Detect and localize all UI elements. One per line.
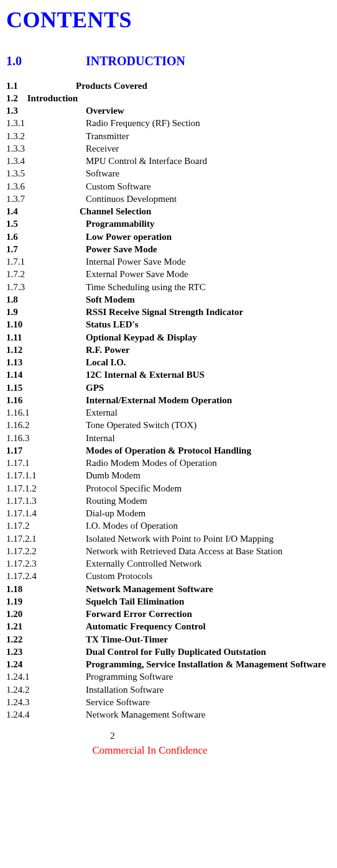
- toc-entry-number: 1.23: [6, 646, 86, 658]
- toc-entry: 1.17.2.4Custom Protocols: [6, 570, 331, 582]
- toc-entry-label: GPS: [86, 381, 331, 394]
- toc-entry-label: Forward Error Correction: [86, 608, 331, 620]
- toc-entry: 1.5Programmability: [6, 217, 331, 230]
- toc-entry-label: Dual Control for Fully Duplicated Outsta…: [86, 646, 331, 658]
- section-heading: 1.0 INTRODUCTION: [6, 53, 331, 70]
- toc-entry-label: R.F. Power: [86, 344, 331, 356]
- toc-entry: 1.3.2Transmitter: [6, 130, 331, 142]
- toc-entry-number: 1.18: [6, 583, 86, 595]
- toc-entry: 1.18Network Management Software: [6, 583, 331, 595]
- toc-entry-number: 1.17.2: [6, 519, 86, 532]
- toc-entry: 1.19Squelch Tail Elimination: [6, 595, 331, 608]
- toc-entry: 1.7Power Save Mode: [6, 243, 331, 255]
- toc-entry-label: External: [86, 406, 331, 419]
- toc-entry-number: 1.2 Introduction: [6, 92, 331, 104]
- toc-entry-number: 1.21: [6, 620, 86, 633]
- toc-entry-label: Channel Selection: [80, 205, 331, 217]
- toc-entry-number: 1.24.1: [6, 670, 86, 683]
- toc-entry-label: Radio Frequency (RF) Section: [86, 117, 331, 129]
- toc-entry: 1.23Dual Control for Fully Duplicated Ou…: [6, 646, 331, 658]
- toc-entry: 1.7.3Time Scheduling using the RTC: [6, 281, 331, 293]
- toc-entry-label: Service Software: [86, 696, 331, 708]
- toc-entry-label: Programmability: [86, 217, 331, 230]
- toc-entry-label: Overview: [86, 104, 331, 117]
- toc-entry-label: 12C Internal & External BUS: [86, 368, 331, 381]
- toc-entry-label: Programming Software: [86, 670, 331, 683]
- toc-entry-label: Low Power operation: [86, 231, 331, 243]
- toc-entry-label: Continuos Development: [86, 193, 331, 205]
- toc-entry-number: 1.17.2.3: [6, 557, 86, 570]
- toc-entry: 1.3Overview: [6, 104, 331, 117]
- toc-entry-label: Installation Software: [86, 683, 331, 696]
- toc-entry-number: 1.17.2.1: [6, 532, 86, 545]
- toc-entry-label: TX Time-Out-Timer: [86, 633, 331, 646]
- toc-entry-label: Protocol Specific Modem: [86, 482, 331, 495]
- toc-entry-label: Optional Keypad & Display: [86, 331, 331, 344]
- toc-entry-label: Dial-up Modem: [86, 507, 331, 519]
- toc-entry-number: 1.17.1.2: [6, 482, 86, 495]
- toc-entry-label: Power Save Mode: [86, 243, 331, 255]
- toc-entry-number: 1.17.2.2: [6, 545, 86, 557]
- toc-entry-number: 1.16.3: [6, 432, 86, 444]
- page-title: CONTENTS: [6, 5, 331, 35]
- toc-entry-number: 1.3.4: [6, 155, 86, 167]
- toc-entry-number: 1.3.1: [6, 117, 86, 129]
- toc-entry-number: 1.15: [6, 381, 86, 394]
- toc-entry-number: 1.3.6: [6, 180, 86, 193]
- toc-entry-number: 1.3.7: [6, 193, 86, 205]
- toc-entry-label: Squelch Tail Elimination: [86, 595, 331, 608]
- toc-entry-label: Tone Operated Switch (TOX): [86, 419, 331, 431]
- toc-entry-number: 1.8: [6, 293, 86, 306]
- toc-entry-number: 1.7.3: [6, 281, 86, 293]
- toc-entry-number: 1.20: [6, 608, 86, 620]
- toc-entry-number: 1.24.3: [6, 696, 86, 708]
- toc-entry: 1.24.3Service Software: [6, 696, 331, 708]
- toc-entry-number: 1.14: [6, 368, 86, 381]
- toc-entry-number: 1.16: [6, 394, 86, 406]
- page-number: 2: [6, 729, 331, 742]
- toc-entry-number: 1.6: [6, 231, 86, 243]
- toc-entry-label: Internal: [86, 432, 331, 444]
- toc-entry: 1.16.2Tone Operated Switch (TOX): [6, 419, 331, 431]
- toc-entry-number: 1.24.4: [6, 708, 86, 721]
- confidential-notice: Commercial In Confidence: [6, 744, 331, 758]
- toc-entry: 1.20Forward Error Correction: [6, 608, 331, 620]
- toc-entry: 1.17.1.2Protocol Specific Modem: [6, 482, 331, 495]
- toc-entry: 1.16Internal/External Modem Operation: [6, 394, 331, 406]
- toc-entry: 1.17.1.4Dial-up Modem: [6, 507, 331, 519]
- toc-entry-label: Time Scheduling using the RTC: [86, 281, 331, 293]
- toc-entry-label: Network Management Software: [86, 583, 331, 595]
- toc-entry-label: External Power Save Mode: [86, 268, 331, 280]
- toc-entry-label: Routing Modem: [86, 495, 331, 507]
- toc-entry-label: Soft Modem: [86, 293, 331, 306]
- toc-entry: 1.2 Introduction: [6, 92, 331, 104]
- toc-entry-number: 1.7: [6, 243, 86, 255]
- toc-entry: 1.24.2Installation Software: [6, 683, 331, 696]
- table-of-contents: 1.1Products Covered1.2 Introduction1.3Ov…: [6, 80, 331, 721]
- toc-entry-number: 1.17.1.1: [6, 469, 86, 482]
- toc-entry-number: 1.17.2.4: [6, 570, 86, 582]
- toc-entry-label: MPU Control & Interface Board: [86, 155, 331, 167]
- toc-entry: 1.7.2External Power Save Mode: [6, 268, 331, 280]
- toc-entry: 1.17.1.1Dumb Modem: [6, 469, 331, 482]
- toc-entry-number: 1.16.1: [6, 406, 86, 419]
- toc-entry: 1.21Automatic Frequency Control: [6, 620, 331, 633]
- toc-entry-number: 1.1: [6, 80, 76, 92]
- toc-entry-label: I.O. Modes of Operation: [86, 519, 331, 532]
- toc-entry-label: Receiver: [86, 142, 331, 155]
- toc-entry-label: Software: [86, 167, 331, 180]
- toc-entry-number: 1.4: [6, 205, 80, 217]
- toc-entry-label: Custom Protocols: [86, 570, 331, 582]
- section-label: INTRODUCTION: [86, 53, 331, 70]
- toc-entry-number: 1.13: [6, 356, 86, 368]
- toc-entry-label: Externally Controlled Network: [86, 557, 331, 570]
- toc-entry: 1.6Low Power operation: [6, 231, 331, 243]
- toc-entry: 1.24.4Network Management Software: [6, 708, 331, 721]
- toc-entry-number: 1.11: [6, 331, 86, 344]
- toc-entry: 1.17.2.2Network with Retrieved Data Acce…: [6, 545, 331, 557]
- toc-entry: 1.17.2I.O. Modes of Operation: [6, 519, 331, 532]
- toc-entry-number: 1.17.1.4: [6, 507, 86, 519]
- toc-entry: 1.17.1.3Routing Modem: [6, 495, 331, 507]
- toc-entry: 1.16.1External: [6, 406, 331, 419]
- toc-entry-number: 1.7.2: [6, 268, 86, 280]
